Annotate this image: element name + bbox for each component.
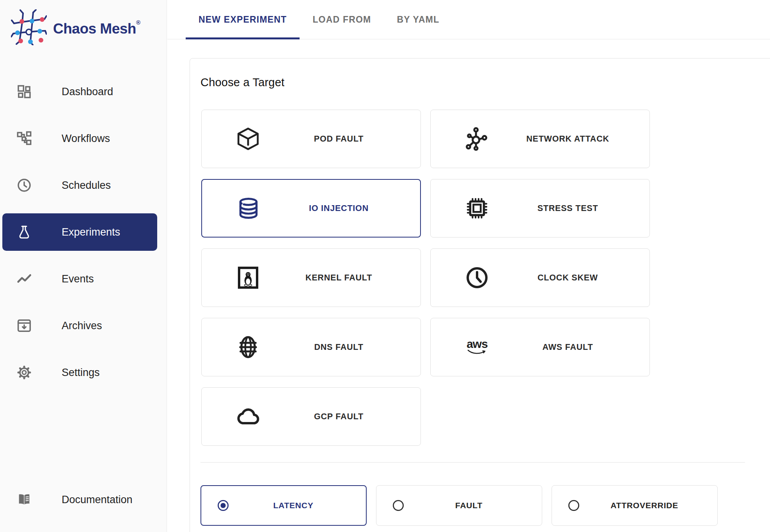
target-label: POD FAULT bbox=[262, 134, 420, 144]
sidebar-nav: Dashboard Workflows Schedules bbox=[0, 68, 167, 396]
globe-icon bbox=[234, 334, 262, 360]
target-pod-fault[interactable]: POD FAULT bbox=[201, 110, 421, 168]
workflows-icon bbox=[16, 131, 34, 146]
action-label: ATTROVERRIDE bbox=[581, 501, 717, 510]
target-io-injection[interactable]: IO INJECTION bbox=[201, 179, 421, 238]
radio-selected-icon[interactable] bbox=[216, 498, 230, 512]
target-label: DNS FAULT bbox=[262, 342, 420, 352]
sidebar-item-label: Experiments bbox=[62, 226, 120, 238]
brand-name: Chaos Mesh® bbox=[53, 19, 140, 37]
sidebar-item-dashboard[interactable]: Dashboard bbox=[0, 68, 167, 115]
target-clock-skew[interactable]: CLOCK SKEW bbox=[430, 248, 650, 307]
target-label: CLOCK SKEW bbox=[491, 273, 649, 283]
action-latency[interactable]: LATENCY bbox=[200, 485, 367, 526]
app-logo[interactable]: Chaos Mesh® bbox=[0, 0, 167, 47]
linux-penguin-icon bbox=[234, 265, 262, 291]
target-gcp-fault[interactable]: GCP FAULT bbox=[201, 387, 421, 446]
sidebar-footer: Documentation bbox=[0, 476, 167, 523]
sidebar-item-documentation[interactable]: Documentation bbox=[0, 476, 167, 523]
sidebar-item-label: Schedules bbox=[62, 179, 111, 192]
sidebar-item-events[interactable]: Events bbox=[0, 255, 167, 302]
sidebar-item-experiments[interactable]: Experiments bbox=[2, 213, 157, 251]
chip-icon bbox=[463, 195, 491, 221]
clock-icon bbox=[463, 265, 491, 291]
sidebar-item-archives[interactable]: Archives bbox=[0, 302, 167, 349]
trend-line-icon bbox=[16, 271, 34, 287]
cube-icon bbox=[234, 126, 262, 152]
target-label: GCP FAULT bbox=[262, 412, 420, 422]
sidebar-item-label: Archives bbox=[62, 320, 102, 332]
radio-unselected-icon[interactable] bbox=[391, 498, 405, 512]
sidebar-item-label: Workflows bbox=[62, 133, 110, 145]
section-title: Choose a Target bbox=[200, 76, 770, 89]
aws-logo-text: aws bbox=[467, 339, 488, 349]
target-label: KERNEL FAULT bbox=[262, 273, 420, 283]
target-network-attack[interactable]: NETWORK ATTACK bbox=[430, 110, 650, 168]
action-fault[interactable]: FAULT bbox=[376, 485, 542, 526]
aws-logo-icon: aws bbox=[463, 339, 491, 355]
target-label: STRESS TEST bbox=[491, 204, 649, 213]
target-grid: POD FAULT NETWORK ATTACK bbox=[201, 110, 770, 446]
sidebar: Chaos Mesh® Dashboard Workflows bbox=[0, 0, 167, 532]
main-content: NEW EXPERIMENT LOAD FROM BY YAML Choose … bbox=[167, 0, 770, 532]
sidebar-item-schedules[interactable]: Schedules bbox=[0, 162, 167, 209]
cloud-icon bbox=[234, 404, 262, 429]
target-kernel-fault[interactable]: KERNEL FAULT bbox=[201, 248, 421, 307]
network-nodes-icon bbox=[463, 126, 491, 152]
tab-load-from[interactable]: LOAD FROM bbox=[300, 0, 384, 39]
tab-new-experiment[interactable]: NEW EXPERIMENT bbox=[186, 0, 300, 39]
choose-target-card: Choose a Target POD FAULT bbox=[190, 58, 770, 532]
gear-icon bbox=[16, 365, 34, 380]
sidebar-item-label: Events bbox=[62, 273, 94, 285]
tab-bar: NEW EXPERIMENT LOAD FROM BY YAML bbox=[167, 0, 770, 39]
target-dns-fault[interactable]: DNS FAULT bbox=[201, 318, 421, 376]
tab-by-yaml[interactable]: BY YAML bbox=[384, 0, 452, 39]
sidebar-item-settings[interactable]: Settings bbox=[0, 349, 167, 396]
sidebar-item-workflows[interactable]: Workflows bbox=[0, 115, 167, 162]
chaos-mesh-logo-icon bbox=[11, 9, 47, 47]
section-divider bbox=[200, 462, 745, 463]
sidebar-item-label: Dashboard bbox=[62, 86, 113, 98]
book-icon bbox=[16, 492, 34, 507]
database-icon bbox=[235, 195, 262, 221]
clock-icon bbox=[16, 177, 34, 193]
target-aws-fault[interactable]: aws AWS FAULT bbox=[430, 318, 650, 376]
flask-icon bbox=[16, 224, 34, 240]
target-label: NETWORK ATTACK bbox=[491, 134, 649, 144]
target-stress-test[interactable]: STRESS TEST bbox=[430, 179, 650, 238]
action-radio-group: LATENCY FAULT ATTROVERRIDE bbox=[200, 485, 770, 526]
action-label: LATENCY bbox=[230, 501, 366, 510]
archive-icon bbox=[16, 318, 34, 333]
action-label: FAULT bbox=[405, 501, 542, 510]
target-label: AWS FAULT bbox=[491, 342, 649, 352]
dashboard-icon bbox=[16, 84, 34, 99]
target-label: IO INJECTION bbox=[262, 204, 420, 213]
radio-unselected-icon[interactable] bbox=[567, 498, 581, 512]
registered-mark: ® bbox=[136, 19, 140, 26]
sidebar-item-label: Documentation bbox=[62, 494, 133, 506]
action-attroverride[interactable]: ATTROVERRIDE bbox=[552, 485, 718, 526]
sidebar-item-label: Settings bbox=[62, 367, 100, 379]
